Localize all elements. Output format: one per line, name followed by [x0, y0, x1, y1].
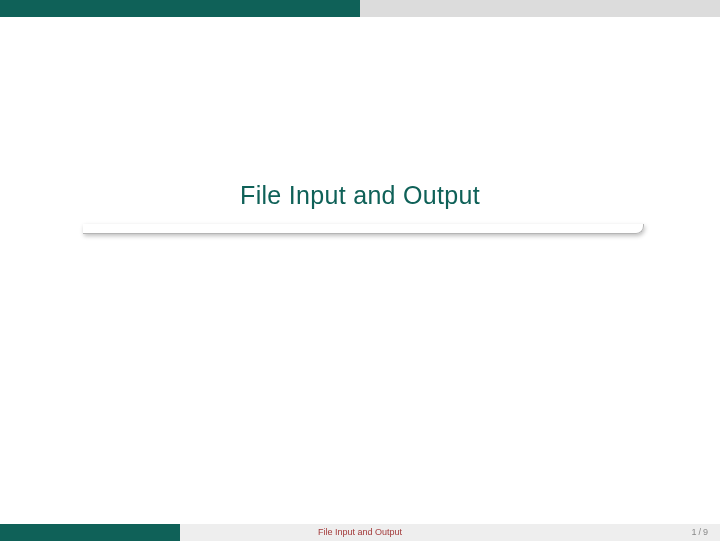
top-progress-bar: [0, 0, 720, 17]
footer-left-block: [0, 524, 180, 541]
footer-title: File Input and Output: [180, 524, 540, 541]
title-block: File Input and Output: [80, 165, 640, 230]
footer-page-indicator: 1/9: [540, 524, 720, 541]
top-progress-fill: [0, 0, 360, 17]
page-total: 9: [703, 527, 708, 537]
footer-bar: File Input and Output 1/9: [0, 524, 720, 541]
slide-content: File Input and Output: [0, 17, 720, 524]
title-underline-decoration: [83, 224, 644, 234]
slide-title: File Input and Output: [80, 165, 640, 230]
